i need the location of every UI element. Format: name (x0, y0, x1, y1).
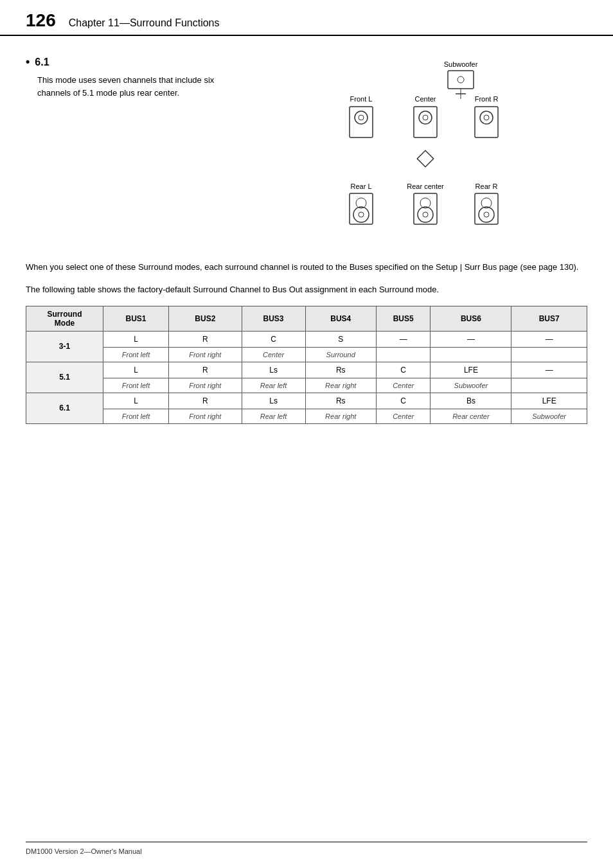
cell: — (376, 331, 431, 347)
cell-sub: Center (376, 409, 431, 423)
cell-sub: Front right (169, 378, 242, 393)
cell: Ls (242, 393, 305, 409)
speaker-diagram: Subwoofer Front L Center (251, 55, 587, 242)
bullet-description: This mode uses seven channels that inclu… (37, 74, 231, 99)
cell-sub: Rear right (305, 378, 376, 393)
cell: L (103, 331, 168, 347)
cell-sub (511, 378, 587, 393)
rear-l-circle-bottom (353, 207, 369, 222)
col-header-bus2: BUS2 (169, 306, 242, 331)
cell: Ls (242, 362, 305, 378)
rear-center-circle-bottom (418, 207, 433, 222)
rear-l-label: Rear L (350, 182, 371, 190)
cell: — (511, 362, 587, 378)
cell: L (103, 393, 168, 409)
cell: Rs (305, 362, 376, 378)
table-row-sub: Front left Front right Center Surround (26, 347, 587, 362)
cell-sub: Front right (169, 409, 242, 423)
center-inner (423, 115, 428, 120)
cell-sub (511, 347, 587, 362)
table-row: 6.1 L R Ls Rs C Bs LFE (26, 393, 587, 409)
front-l-inner (359, 115, 364, 120)
center-label: Center (414, 95, 436, 103)
cell-sub: Surround (305, 347, 376, 362)
cell: LFE (431, 362, 511, 378)
cell: S (305, 331, 376, 347)
rear-center-inner (423, 212, 428, 217)
footer-text: DM1000 Version 2—Owner's Manual (26, 847, 142, 855)
front-r-inner (484, 115, 489, 120)
cell-sub: Rear center (431, 409, 511, 423)
cell-sub (376, 347, 431, 362)
mode-5-1: 5.1 (26, 362, 103, 393)
mode-6-1: 6.1 (26, 393, 103, 423)
rear-r-inner (484, 212, 489, 217)
rear-r-label: Rear R (475, 182, 498, 190)
cell-sub: Rear left (242, 409, 305, 423)
cell: C (376, 393, 431, 409)
cell: R (169, 331, 242, 347)
chapter-title: Chapter 11—Surround Functions (69, 17, 220, 29)
speaker-diagram-svg: Subwoofer Front L Center (326, 55, 512, 242)
cell: R (169, 362, 242, 378)
paragraph-1: When you select one of these Surround mo… (26, 261, 587, 274)
rear-center-label: Rear center (407, 182, 444, 190)
bullet-title: 6.1 (35, 57, 49, 68)
cell-sub (431, 347, 511, 362)
page-footer: DM1000 Version 2—Owner's Manual (26, 842, 587, 855)
cell-sub: Front left (103, 347, 168, 362)
cell: L (103, 362, 168, 378)
bullet-text: • 6.1 This mode uses seven channels that… (26, 55, 231, 242)
bullet-dot: • (26, 55, 30, 69)
col-header-mode: SurroundMode (26, 306, 103, 331)
cell: C (376, 362, 431, 378)
cell: — (431, 331, 511, 347)
front-l-circle (355, 111, 368, 124)
cell: Rs (305, 393, 376, 409)
cell: Bs (431, 393, 511, 409)
bullet-section: • 6.1 This mode uses seven channels that… (26, 55, 587, 242)
col-header-bus3: BUS3 (242, 306, 305, 331)
paragraph-2: The following table shows the factory-de… (26, 283, 587, 297)
cell-sub: Subwoofer (431, 378, 511, 393)
table-row: 5.1 L R Ls Rs C LFE — (26, 362, 587, 378)
subwoofer-dot (458, 76, 464, 83)
page-number: 126 (26, 12, 56, 30)
cell-sub: Front left (103, 409, 168, 423)
page-wrapper: 126 Chapter 11—Surround Functions • 6.1 … (0, 0, 613, 868)
rear-r-circle-bottom (479, 207, 494, 222)
cell: — (511, 331, 587, 347)
cell-sub: Center (242, 347, 305, 362)
cell-sub: Front left (103, 378, 168, 393)
cell-sub: Front right (169, 347, 242, 362)
table-row: 3-1 L R C S — — — (26, 331, 587, 347)
col-header-bus6: BUS6 (431, 306, 511, 331)
surround-table: SurroundMode BUS1 BUS2 BUS3 BUS4 BUS5 BU… (26, 306, 587, 424)
col-header-bus4: BUS4 (305, 306, 376, 331)
cell: C (242, 331, 305, 347)
cell-sub: Center (376, 378, 431, 393)
cell-sub: Rear right (305, 409, 376, 423)
main-content: • 6.1 This mode uses seven channels that… (0, 36, 613, 450)
cell: LFE (511, 393, 587, 409)
col-header-bus7: BUS7 (511, 306, 587, 331)
front-r-circle (480, 111, 493, 124)
mode-3-1: 3-1 (26, 331, 103, 362)
table-row-sub: Front left Front right Rear left Rear ri… (26, 378, 587, 393)
center-circle (419, 111, 432, 124)
col-header-bus5: BUS5 (376, 306, 431, 331)
cell-sub: Subwoofer (511, 409, 587, 423)
bullet-heading: • 6.1 (26, 55, 231, 69)
front-l-label: Front L (350, 95, 373, 103)
col-header-bus1: BUS1 (103, 306, 168, 331)
rear-l-inner (359, 212, 364, 217)
front-r-label: Front R (475, 95, 499, 103)
diamond-shape (417, 150, 433, 166)
table-row-sub: Front left Front right Rear left Rear ri… (26, 409, 587, 423)
page-header: 126 Chapter 11—Surround Functions (0, 0, 613, 36)
subwoofer-label: Subwoofer (444, 60, 478, 68)
cell: R (169, 393, 242, 409)
subwoofer-box (448, 71, 474, 89)
cell-sub: Rear left (242, 378, 305, 393)
